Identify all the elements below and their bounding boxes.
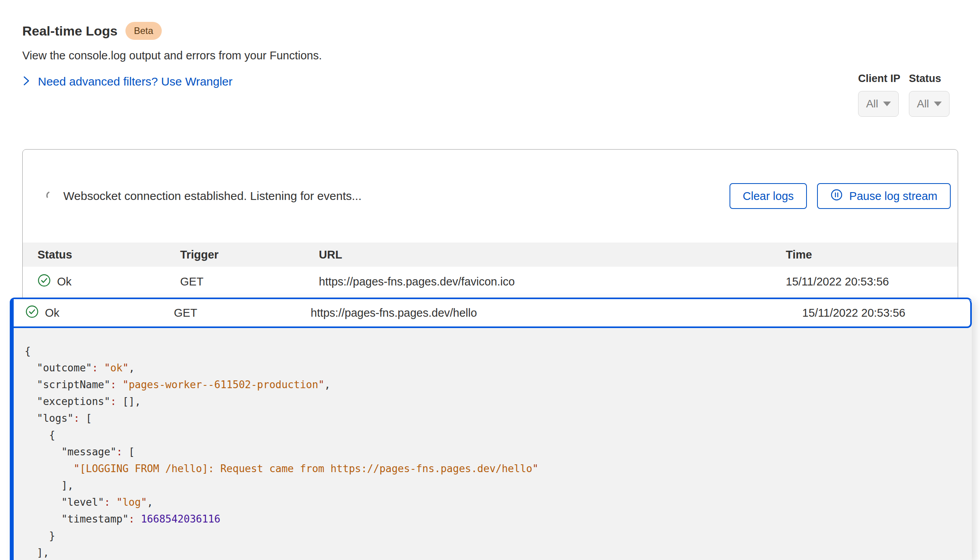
log-detail-panel: { "outcome": "ok", "scriptName": "pages-…: [14, 328, 972, 560]
page-title: Real-time Logs: [22, 23, 118, 39]
expanded-log-entry: Ok GET https://pages-fns.pages.dev/hello…: [10, 298, 972, 560]
status-dropdown-value: All: [917, 98, 929, 110]
expanded-log-row[interactable]: Ok GET https://pages-fns.pages.dev/hello…: [14, 299, 972, 328]
caret-down-icon: [934, 102, 942, 106]
code-line: "outcome": "ok",: [25, 360, 972, 376]
clear-logs-label: Clear logs: [743, 190, 794, 203]
row-status: Ok: [45, 307, 59, 319]
beta-badge: Beta: [125, 22, 162, 40]
code-line: "timestamp": 1668542036116: [25, 511, 972, 528]
check-circle-icon: [25, 305, 39, 321]
column-header-time: Time: [786, 248, 950, 261]
client-ip-dropdown-value: All: [866, 98, 878, 110]
chevron-right-icon: [22, 75, 31, 89]
pause-log-stream-button[interactable]: Pause log stream: [817, 183, 951, 209]
code-line: ],: [25, 544, 972, 560]
check-circle-icon: [38, 274, 51, 290]
pause-circle-icon: [830, 189, 843, 204]
code-line: "message": [: [25, 444, 972, 460]
websocket-status-text: Websocket connection established. Listen…: [63, 189, 361, 203]
code-line: {: [25, 343, 972, 360]
column-header-status: Status: [38, 248, 180, 261]
pause-log-stream-label: Pause log stream: [849, 190, 937, 203]
code-line: ],: [25, 477, 972, 494]
code-line: "scriptName": "pages-worker--611502-prod…: [25, 376, 972, 393]
row-trigger: GET: [174, 307, 311, 319]
table-row[interactable]: Ok GET https://pages-fns.pages.dev/favic…: [23, 267, 958, 296]
code-line: "level": "log",: [25, 494, 972, 511]
status-dropdown[interactable]: All: [909, 91, 950, 117]
code-line: {: [25, 427, 972, 444]
row-time: 15/11/2022 20:53:56: [786, 275, 950, 288]
row-url: https://pages-fns.pages.dev/favicon.ico: [319, 275, 786, 288]
status-filter-label: Status: [909, 73, 950, 85]
code-line: "exceptions": [],: [25, 393, 972, 410]
client-ip-filter-label: Client IP: [858, 73, 900, 85]
clear-logs-button[interactable]: Clear logs: [730, 183, 807, 209]
row-status: Ok: [57, 275, 72, 288]
code-line: "[LOGGING FROM /hello]: Request came fro…: [25, 460, 972, 477]
client-ip-dropdown[interactable]: All: [858, 91, 899, 117]
column-header-trigger: Trigger: [180, 248, 319, 261]
filters: Client IP All Status All: [858, 73, 950, 117]
caret-down-icon: [883, 102, 891, 106]
column-header-url: URL: [319, 248, 786, 261]
code-line: "logs": [: [25, 410, 972, 427]
page-subtitle: View the console.log output and errors f…: [22, 49, 322, 62]
row-trigger: GET: [180, 275, 319, 288]
code-line: }: [25, 528, 972, 544]
log-table-header: Status Trigger URL Time: [23, 243, 958, 267]
page-header: Real-time Logs Beta View the console.log…: [22, 22, 322, 89]
wrangler-link[interactable]: Need advanced filters? Use Wrangler: [38, 75, 232, 88]
row-time: 15/11/2022 20:53:56: [802, 307, 970, 319]
spinner-icon: [45, 191, 55, 202]
row-url: https://pages-fns.pages.dev/hello: [311, 307, 802, 319]
